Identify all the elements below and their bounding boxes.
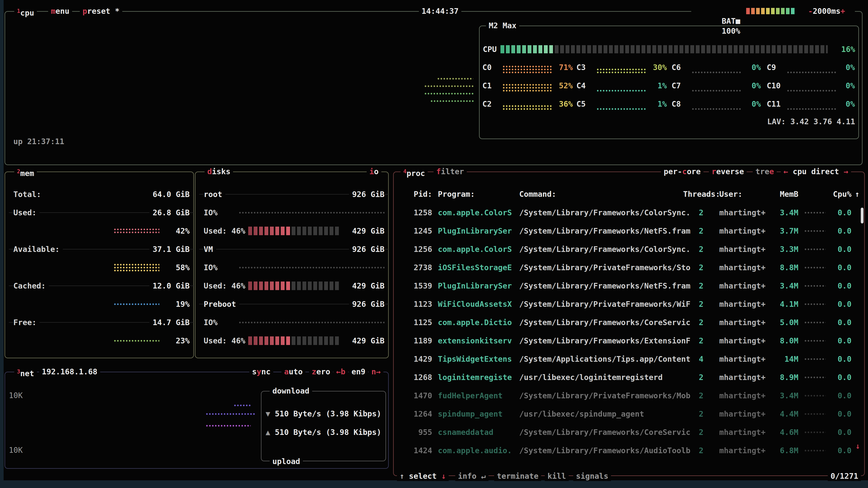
col-memb[interactable]: MemB [767, 185, 798, 203]
signals-button[interactable]: signals [573, 471, 611, 481]
process-row[interactable]: 1268 loginitemregiste /usr/libexec/login… [394, 368, 864, 387]
scroll-more-icon[interactable]: ↓ [856, 441, 860, 451]
disk-name-row: Preboot 926 GiB [204, 299, 384, 309]
battery-block [771, 8, 775, 14]
mem-dot-meter [114, 303, 159, 306]
net-prev-iface-button[interactable]: ←b [333, 367, 348, 377]
kill-button[interactable]: kill [545, 471, 569, 481]
net-next-iface-button[interactable]: n→ [369, 367, 383, 377]
disk-used-meter [248, 336, 340, 345]
sort-column-selector[interactable]: ← cpu direct → [781, 166, 851, 176]
interval-decrease-button[interactable]: - [808, 6, 813, 15]
net-zero-button[interactable]: zero [309, 367, 333, 377]
download-arrow-icon: ▼ [266, 409, 270, 418]
upload-speed: ▲ 510 Byte/s (3.98 Kibps) [266, 427, 381, 437]
terminate-button[interactable]: terminate [494, 471, 541, 481]
mem-meter-row: 19% [114, 297, 190, 312]
cpu-box-title[interactable]: 1cpu [14, 6, 37, 18]
process-row[interactable]: 1125 com.apple.Dictio /System/Library/Fr… [394, 313, 864, 332]
mem-box: 2mem Total:64.0 GiBUsed:26.8 GiB42%Avail… [4, 171, 194, 358]
filter-button[interactable]: filter [434, 166, 467, 176]
core-cell-c8: C8 0% [672, 95, 761, 113]
net-sync-button[interactable]: sync [249, 367, 273, 377]
disk-name-row: VM 926 GiB [204, 244, 384, 254]
mem-meter-pct: 42% [167, 226, 190, 235]
cpu-total-meter [500, 45, 828, 53]
core-cell-c5: C5 1% [577, 95, 667, 113]
col-user[interactable]: User: [719, 185, 742, 203]
select-control[interactable]: ↑ select ↓ [397, 471, 449, 481]
process-mem-meter [804, 230, 826, 232]
process-row[interactable]: 955 csnameddatad /System/Library/Framewo… [394, 423, 864, 442]
core-pct: 30% [647, 58, 667, 76]
menu-button[interactable]: menu [48, 6, 72, 16]
disk-io-row: IO% [204, 207, 384, 218]
process-row[interactable]: 1256 com.apple.ColorS /System/Library/Fr… [394, 240, 864, 258]
interval-increase-button[interactable]: + [840, 6, 845, 15]
disk-io-row: IO% [204, 318, 384, 327]
mem-dot-meter [114, 263, 159, 272]
process-mem-meter [804, 431, 826, 434]
preset-button[interactable]: preset * [80, 6, 122, 16]
process-row[interactable]: 1539 PlugInLibrarySer /System/Library/Fr… [394, 277, 864, 295]
process-row[interactable]: 1264 spindump_agent /usr/libexec/spindum… [394, 405, 864, 423]
info-button[interactable]: info ↵ [455, 471, 489, 481]
net-box: 3net 192.168.1.68 sync auto zero ←b en9 … [4, 372, 389, 469]
disk-used-row: Used: 46% 429 GiB [204, 281, 384, 291]
proc-box: 4proc filter per-core reverse tree ← cpu… [393, 171, 865, 476]
reverse-toggle[interactable]: reverse [709, 166, 747, 176]
battery-block [756, 8, 760, 14]
sort-direction-icon[interactable]: ↑ [855, 185, 860, 203]
upload-arrow-icon: ▲ [266, 428, 270, 437]
proc-box-title[interactable]: 4proc [401, 166, 428, 178]
core-cell-c7: C7 0% [672, 76, 761, 95]
core-pct: 0% [741, 76, 761, 95]
core-graph [596, 89, 646, 92]
col-pid[interactable]: Pid: [401, 185, 432, 203]
col-program[interactable]: Program: [438, 185, 475, 203]
process-row[interactable]: 1429 TipsWidgetExtens /System/Applicatio… [394, 350, 864, 368]
battery-block [786, 8, 789, 14]
tree-toggle[interactable]: tree [753, 166, 777, 176]
net-ip-address: 192.168.1.68 [39, 367, 100, 377]
core-pct: 1% [647, 76, 667, 95]
process-mem-meter [804, 449, 826, 452]
system-monitor-screen: 1cpu menu preset * 14:44:37 BAT■ 100% -2… [0, 0, 868, 488]
process-mem-meter [804, 303, 826, 306]
core-graph [691, 71, 741, 74]
net-scale-top: 10K [9, 390, 23, 400]
core-graph [596, 68, 646, 74]
mem-meter-row: 42% [114, 223, 190, 238]
process-row[interactable]: 1189 extensionkitserv /System/Library/Fr… [394, 332, 864, 350]
process-mem-meter [804, 248, 826, 251]
mem-meter-pct: 23% [167, 336, 190, 345]
process-row[interactable]: 1424 com.apple.audio. /System/Library/Fr… [394, 442, 864, 460]
col-cpu[interactable]: Cpu% [826, 185, 851, 203]
process-row[interactable]: 1258 com.apple.ColorS /System/Library/Fr… [394, 203, 864, 222]
process-row[interactable]: 1123 WiFiCloudAssetsX /System/Library/Pr… [394, 295, 864, 313]
net-box-title[interactable]: 3net [14, 367, 37, 379]
disk-used-meter [248, 282, 340, 290]
net-auto-button[interactable]: auto [281, 367, 305, 377]
core-graph [786, 107, 836, 110]
col-threads[interactable]: Threads: [683, 185, 704, 203]
battery-block [776, 8, 780, 14]
col-command[interactable]: Command: [519, 185, 556, 203]
mem-box-number: 2 [17, 168, 20, 175]
core-pct: 0% [835, 58, 855, 76]
core-cell-c10: C10 0% [767, 76, 855, 95]
process-row[interactable]: 1470 fudHelperAgent /System/Library/Priv… [394, 387, 864, 405]
battery-block [761, 8, 765, 14]
disks-io-toggle[interactable]: io [367, 166, 381, 176]
process-row[interactable]: 1245 PlugInLibrarySer /System/Library/Fr… [394, 222, 864, 240]
core-pct: 1% [647, 95, 667, 113]
core-cell-c9: C9 0% [767, 58, 855, 76]
process-row[interactable]: 2738 iOSFilesStorageE /System/Library/Pr… [394, 258, 864, 277]
update-interval: -2000ms+ [805, 6, 848, 16]
net-box-number: 3 [17, 368, 20, 375]
per-core-toggle[interactable]: per-core [661, 166, 704, 176]
mem-box-title[interactable]: 2mem [14, 166, 37, 178]
proc-scrollbar[interactable] [861, 207, 864, 223]
net-scale-bottom: 10K [9, 445, 23, 455]
core-graph [786, 89, 836, 92]
